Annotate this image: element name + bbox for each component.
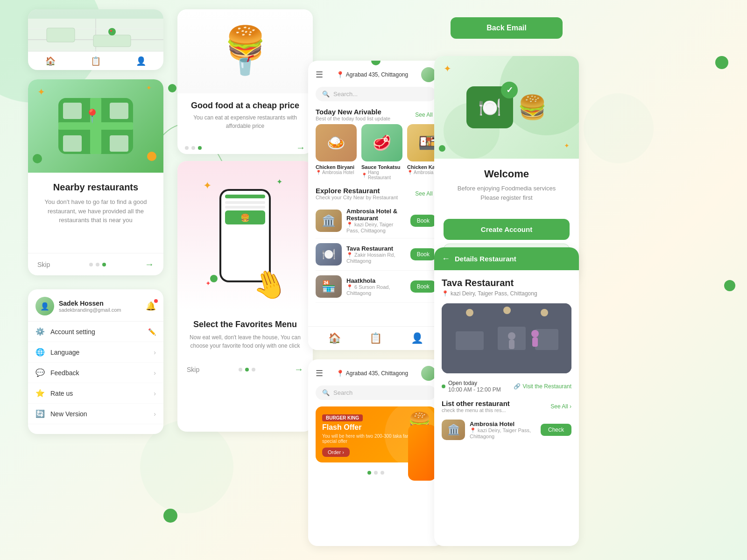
tava-address: 📍 Zakir Hossain Rd, Chittagong [346, 252, 406, 264]
food-dot-3 [198, 146, 202, 150]
food-item-biryani[interactable]: 🍛 Chicken Biryani 📍Ambrosia Hotel [316, 124, 357, 180]
ambrosia-book-button[interactable]: Book [410, 215, 436, 227]
food-next-arrow[interactable]: → [296, 142, 305, 153]
svg-point-24 [541, 309, 548, 316]
svg-point-23 [503, 307, 511, 314]
profile-nav-icon[interactable]: 👤 [136, 56, 146, 66]
orders-nav-icon[interactable]: 📋 [91, 56, 101, 66]
rate-label: Rate us [50, 390, 73, 397]
svg-rect-26 [509, 340, 514, 349]
favorites-heading: Select the Favorites Menu [187, 320, 303, 329]
restaurant-detail-name: Tava Restaurant [442, 278, 571, 288]
today-see-all[interactable]: See All › [415, 112, 436, 118]
food-cheap-card: 🍔 🥤 Good food at a cheap price You can e… [177, 9, 313, 154]
feedback-label: Feedback [50, 369, 79, 377]
food-cheap-heading: Good food at a cheap price [187, 101, 303, 111]
favorites-next-arrow[interactable]: → [294, 364, 303, 375]
restaurant-item-tava[interactable]: 🍽️ Tava Restaurant 📍 Zakir Hossain Rd, C… [316, 238, 436, 271]
today-section-title: Today New Arivable [316, 108, 390, 116]
nearby-restaurants-card: 📍 ✦ ✦ Nearby restaurants You don't have … [28, 79, 163, 275]
tava-name: Tava Restaurant [346, 245, 406, 252]
hamburger-menu-icon[interactable]: ☰ [316, 70, 323, 80]
hamburger-icon-2[interactable]: ☰ [316, 368, 323, 378]
notification-bell-icon[interactable]: 🔔 [146, 301, 156, 311]
deco-green-ball-right [715, 56, 728, 69]
search-bar-2[interactable]: 🔍 Search [316, 385, 436, 400]
star-decoration: ✦ [37, 86, 45, 98]
search-placeholder: Search... [333, 91, 358, 98]
location-pin-icon: 📍 [336, 71, 344, 78]
deco-green-ball-mid [168, 84, 176, 92]
dot-2 [96, 263, 99, 266]
version-icon: 🔄 [35, 409, 45, 418]
food-dot-1 [185, 146, 189, 150]
ambrosia-check-button[interactable]: Check [541, 424, 571, 436]
svg-rect-6 [93, 35, 131, 47]
promo-dot-2 [374, 471, 378, 475]
dot-1 [89, 263, 93, 266]
skip-label[interactable]: Skip [37, 261, 50, 268]
app2-header: ☰ 📍 Agrabad 435, Chittagong [308, 359, 444, 385]
restaurant-detail-content: Tava Restaurant 📍 kazi Deiry, Taiger Pas… [434, 270, 579, 452]
rate-us-item[interactable]: ⭐ Rate us › [28, 383, 163, 404]
language-item[interactable]: 🌐 Language › [28, 342, 163, 363]
feedback-icon: 💬 [35, 368, 45, 377]
deco-orange-circle [147, 152, 156, 161]
other-restaurant-ambrosia[interactable]: 🏛️ Ambrosia Hotel 📍 kazi Deiry, Taiger P… [442, 415, 571, 445]
svg-rect-21 [535, 329, 558, 350]
haatkhola-name: Haatkhola [346, 277, 406, 284]
profile-email: sadekbranding@gmail.com [59, 307, 121, 313]
food-item-tonkatsu[interactable]: 🥩 Sauce Tonkatsu 📍Hang Restaurant [361, 124, 402, 180]
explore-section-subtitle: Check your City Near by Restaurant [316, 195, 398, 200]
home-tab-icon[interactable]: 🏠 [328, 332, 341, 344]
account-icon: ⚙️ [35, 327, 45, 336]
svg-text:📍: 📍 [84, 108, 100, 124]
account-setting-item[interactable]: ⚙️ Account setting ✏️ [28, 322, 163, 342]
back-arrow-icon[interactable]: ← [442, 254, 450, 264]
haatkhola-thumbnail: 🏪 [316, 275, 342, 298]
profile-name: Sadek Hossen [59, 300, 121, 307]
restaurant-item-ambrosia[interactable]: 🏛️ Ambrosia Hotel & Restaurant 📍 kazi De… [316, 203, 436, 238]
next-arrow-button[interactable]: → [145, 259, 154, 270]
tava-book-button[interactable]: Book [410, 248, 436, 260]
list-other-see-all[interactable]: See All › [550, 403, 571, 410]
rate-arrow: › [154, 390, 156, 397]
favorites-skip-label[interactable]: Skip [187, 366, 199, 373]
deco-green-ball-right2 [724, 280, 735, 291]
card-bottom-navigation: Skip → [28, 253, 163, 275]
open-status-row: Open today 10:00 AM - 12:00 PM 🔗 Visit t… [442, 380, 571, 393]
fav-dot-2 [245, 368, 249, 371]
restaurant-item-haatkhola[interactable]: 🏪 Haatkhola 📍 6 Surson Road, Chittagong … [316, 271, 436, 303]
deco-circle [33, 154, 42, 163]
food-card-bottom: → [177, 138, 313, 154]
haatkhola-book-button[interactable]: Book [410, 280, 436, 293]
list-other-header: List other restaurant check the menu at … [442, 399, 571, 413]
feedback-item[interactable]: 💬 Feedback › [28, 363, 163, 383]
orders-tab-icon[interactable]: 📋 [369, 332, 382, 344]
map-card: 📍 🏠 📋 👤 [28, 9, 163, 70]
back-email-button[interactable]: Back Email [451, 17, 563, 39]
new-version-item[interactable]: 🔄 New Version › [28, 404, 163, 424]
nearby-map-illustration: 📍 ✦ ✦ [28, 79, 163, 173]
flash-order-button[interactable]: Order › [322, 448, 350, 457]
rate-icon: ⭐ [35, 389, 45, 398]
create-account-button[interactable]: Create Account [444, 219, 570, 240]
location-display: 📍 Agrabad 435, Chittagong [336, 71, 408, 78]
dot-3 [102, 263, 106, 266]
svg-rect-15 [63, 135, 82, 152]
promo-dot-1 [367, 471, 371, 475]
explore-see-all[interactable]: See All › [415, 190, 436, 197]
bell-wrapper: 🔔 [146, 301, 156, 311]
svg-rect-13 [63, 103, 82, 119]
home-nav-icon[interactable]: 🏠 [45, 56, 56, 66]
ambrosia-other-name: Ambrosia Hotel [470, 420, 536, 427]
location-text: Agrabad 435, Chittagong [346, 71, 408, 78]
pagination-dots [89, 263, 106, 266]
location2-text: Agrabad 435, Chittagong [346, 370, 408, 377]
profile-tab-icon[interactable]: 👤 [411, 332, 423, 344]
visit-restaurant-link[interactable]: 🔗 Visit the Restaurant [514, 383, 571, 390]
nearby-content: Nearby restaurants You don't have to go … [28, 173, 163, 234]
search-bar[interactable]: 🔍 Search... [316, 87, 436, 101]
food-dot-2 [191, 146, 195, 150]
main-app-screen-2: ☰ 📍 Agrabad 435, Chittagong 🔍 Search BUR… [308, 359, 444, 546]
